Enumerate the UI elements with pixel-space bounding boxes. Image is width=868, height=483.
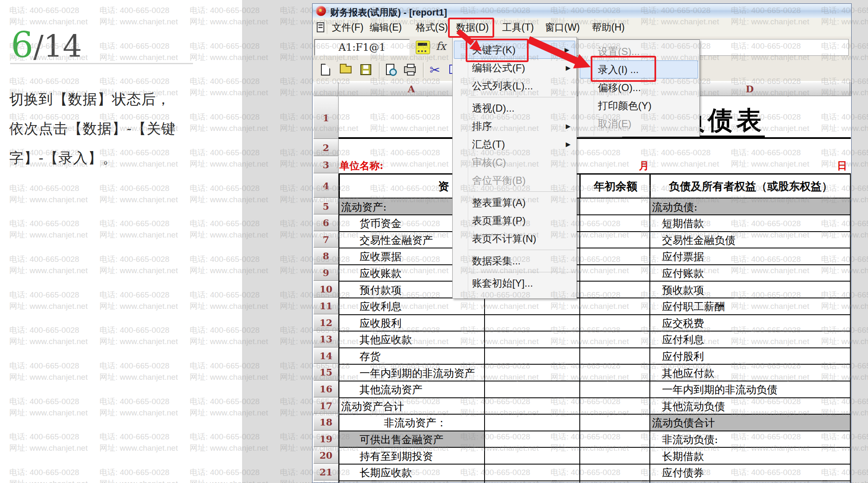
cell-B16[interactable] (484, 381, 580, 398)
cell-C20[interactable] (579, 447, 650, 465)
cell-A16[interactable]: 其他流动资产 (339, 381, 485, 398)
menu-item-关键字(K)[interactable]: 关键字(K)▶ (454, 41, 575, 59)
cell-B13[interactable] (484, 331, 580, 348)
cell-A12[interactable]: 应收股利 (339, 314, 485, 332)
cell-B17[interactable] (484, 397, 580, 415)
menu-item-舍位平衡(B)[interactable]: 舍位平衡(B) (453, 171, 576, 189)
menu-item-账套初始[Y]...[interactable]: 账套初始[Y]... (453, 274, 576, 292)
document-icon[interactable] (317, 22, 324, 32)
submenu-item-打印颜色(Y)[interactable]: 打印颜色(Y) (579, 97, 699, 115)
cell-B15[interactable] (484, 364, 580, 381)
row-header-8[interactable]: 8 (313, 248, 339, 264)
menu-item-汇总(T)[interactable]: 汇总(T)▶ (453, 135, 576, 153)
row-header-2[interactable]: 2 (313, 139, 339, 156)
cell-C8[interactable] (579, 248, 650, 265)
cell-D19[interactable]: 非流动负债: (649, 431, 851, 448)
row-header-13[interactable]: 13 (313, 331, 339, 347)
row-header-11[interactable]: 11 (313, 298, 339, 314)
row-header-15[interactable]: 15 (313, 364, 339, 381)
cell-C12[interactable] (579, 314, 650, 332)
cell-D16[interactable]: 一年内到期的非流动负债 (649, 381, 851, 398)
header-cell-liability[interactable]: 负债及所有者权益（或股东权益） (649, 173, 851, 198)
cell-D17[interactable]: 其他流动负债 (649, 397, 851, 415)
open-folder-icon[interactable] (339, 63, 354, 78)
cell-D9[interactable]: 应付账款 (649, 264, 851, 282)
row-header-1[interactable]: 1 (313, 96, 339, 139)
cell-C16[interactable] (579, 381, 650, 398)
menubar-item-数据(D)[interactable]: 数据(D) (454, 18, 491, 37)
cell-D5[interactable]: 流动负债: (649, 198, 851, 215)
submenu-item-设置(S)...[interactable]: 设置(S)... (579, 42, 699, 60)
cell-C21[interactable] (579, 464, 650, 481)
cell-C7[interactable] (579, 231, 650, 249)
cell-D11[interactable]: 应付职工薪酬 (649, 298, 851, 315)
cell-D21[interactable]: 应付债券 (649, 464, 851, 481)
cell-D22[interactable]: 长期应付款 (649, 480, 851, 483)
menu-item-编辑公式(F)[interactable]: 编辑公式(F)▶ (453, 59, 576, 77)
menu-item-审核(C)[interactable]: 审核(C) (453, 153, 576, 171)
day-label[interactable]: 日 (837, 159, 847, 172)
cell-C22[interactable] (579, 480, 650, 483)
cell-D6[interactable]: 短期借款 (649, 214, 851, 232)
cell-C13[interactable] (579, 331, 650, 348)
print-preview-icon[interactable] (384, 63, 399, 78)
cell-C14[interactable] (579, 347, 650, 365)
menu-item-公式列表(L)...[interactable]: 公式列表(L)... (453, 77, 576, 95)
menubar-item-编辑(E)[interactable]: 编辑(E) (367, 18, 404, 37)
cell-B21[interactable] (484, 464, 580, 481)
menu-item-表页重算(P)[interactable]: 表页重算(P) (453, 211, 576, 230)
menubar-item-格式(S)[interactable]: 格式(S) (413, 18, 451, 37)
unit-name-label[interactable]: 单位名称: (339, 159, 383, 172)
row-header-16[interactable]: 16 (313, 381, 339, 397)
cell-D18[interactable]: 流动负债合计 (649, 414, 851, 431)
cell-C9[interactable] (579, 264, 650, 282)
submenu-item-录入(I) ...[interactable]: 录入(I) ... (580, 60, 698, 78)
cell-A18[interactable]: 非流动资产： (339, 414, 485, 431)
submenu-item-偏移(O)...[interactable]: 偏移(O)... (579, 78, 699, 97)
fx-icon[interactable]: fx (436, 40, 446, 52)
submenu-item-取消(E)[interactable]: 取消(E) (579, 115, 699, 133)
cell-A13[interactable]: 其他应收款 (339, 331, 485, 348)
cell-D10[interactable]: 预收款项 (649, 281, 851, 298)
cell-A22[interactable]: 长期股权投资 (339, 480, 485, 483)
cell-B18[interactable] (484, 414, 580, 431)
print-icon[interactable] (403, 63, 418, 78)
row-header-20[interactable]: 20 (313, 447, 339, 464)
cell-D14[interactable]: 应付股利 (649, 347, 851, 365)
cell-A15[interactable]: 一年内到期的非流动资产 (339, 364, 485, 381)
calculator-icon[interactable] (416, 41, 430, 54)
menu-item-整表重算(A)[interactable]: 整表重算(A) (453, 193, 576, 211)
row-header-6[interactable]: 6 (313, 214, 339, 231)
cell-C5[interactable] (579, 198, 650, 215)
cell-C11[interactable] (579, 298, 650, 315)
menubar-item-帮助(H)[interactable]: 帮助(H) (589, 18, 627, 37)
cell-B14[interactable] (484, 347, 580, 365)
row-header-7[interactable]: 7 (313, 231, 339, 248)
menu-item-透视(D)...[interactable]: 透视(D)... (453, 99, 576, 117)
row-header-3[interactable]: 3 (313, 156, 339, 173)
cell-D13[interactable]: 应付利息 (649, 331, 851, 348)
menubar-item-窗口(W)[interactable]: 窗口(W) (542, 18, 582, 37)
cell-D8[interactable]: 应付票据 (649, 248, 851, 265)
cut-icon[interactable]: ✂ (428, 63, 443, 78)
row-header-12[interactable]: 12 (313, 314, 339, 331)
row-header-10[interactable]: 10 (313, 281, 339, 298)
menu-item-表页不计算(N)[interactable]: 表页不计算(N) (453, 230, 576, 248)
cell-B12[interactable] (484, 314, 580, 332)
cell-C17[interactable] (579, 397, 650, 415)
cell-C6[interactable] (579, 214, 650, 232)
row-header-21[interactable]: 21 (313, 464, 339, 480)
save-icon[interactable] (359, 63, 374, 78)
cell-C10[interactable] (579, 281, 650, 298)
cell-D7[interactable]: 交易性金融负债 (649, 231, 851, 249)
cell-A19[interactable]: 可供出售金融资产 (339, 431, 485, 448)
row-header-19[interactable]: 19 (313, 431, 339, 447)
row-header-14[interactable]: 14 (313, 347, 339, 364)
cell-C18[interactable] (579, 414, 650, 431)
row-header-4[interactable]: 4 (313, 173, 339, 198)
header-cell-beginning-balance[interactable]: 年初余额 (579, 173, 650, 198)
cell-A20[interactable]: 持有至到期投资 (339, 447, 485, 465)
cell-D20[interactable]: 长期借款 (649, 447, 851, 465)
menubar-item-文件(F)[interactable]: 文件(F) (329, 18, 366, 37)
menu-item-排序[interactable]: 排序▶ (453, 117, 576, 135)
